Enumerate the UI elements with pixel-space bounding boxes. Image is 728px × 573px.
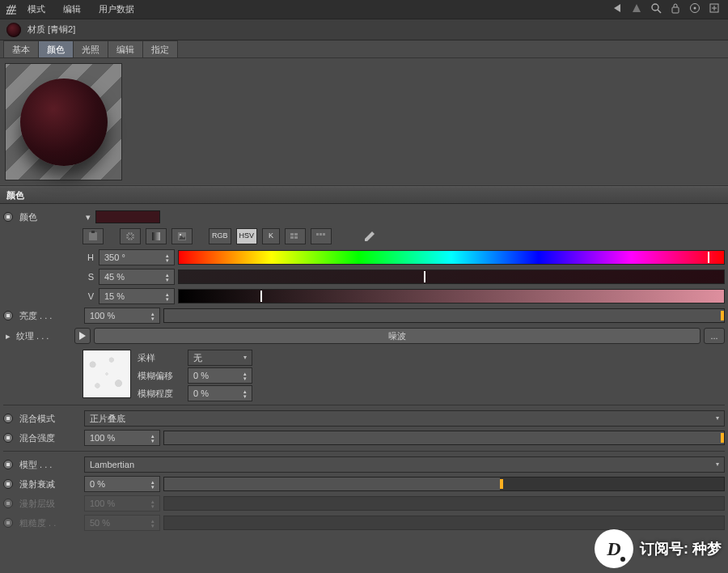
svg-rect-27 [290,233,294,236]
spectrum-icon[interactable] [146,228,167,244]
watermark: D 订阅号: 种梦 [595,529,722,568]
svg-rect-28 [294,233,298,236]
tabs: 基本 颜色 光照 编辑 指定 [0,40,728,58]
label-blur-offset: 模糊偏移 [138,370,183,381]
tab-illumination[interactable]: 光照 [73,40,108,57]
svg-line-9 [658,10,661,13]
svg-rect-23 [152,232,160,240]
label-difffall: 漫射衰减 [16,478,81,490]
anim-dot-color[interactable] [3,212,13,222]
label-sampling: 采样 [138,352,183,363]
swatches2-icon[interactable] [311,228,332,244]
titlebar: 材质 [青铜2] [0,19,728,40]
difffall-slider[interactable] [163,477,725,491]
v-slider[interactable] [178,289,725,303]
rough-slider [163,516,725,530]
preview-area [0,58,728,186]
lock-icon[interactable] [667,2,684,16]
menu-edit[interactable]: 编辑 [55,0,89,18]
rgb-mode-btn[interactable]: RGB [209,228,231,244]
s-slider[interactable] [178,270,725,284]
k-mode-btn[interactable]: K [262,228,280,244]
h-value-input[interactable]: 350 °▴▾ [99,249,175,265]
svg-point-12 [694,6,696,9]
brightness-input[interactable]: 100 %▴▾ [84,308,160,324]
brightness-slider[interactable] [163,308,725,323]
tab-assign[interactable]: 指定 [142,40,178,57]
svg-marker-7 [633,4,641,12]
svg-marker-6 [614,4,620,12]
anim-dot-mixmode[interactable] [3,414,13,423]
difffall-input[interactable]: 0 %▴▾ [84,476,160,492]
color-wheel-icon[interactable] [120,228,141,244]
mixstrength-slider[interactable] [163,431,725,445]
menu-mode[interactable]: 模式 [19,0,53,18]
svg-rect-31 [316,233,319,236]
anim-dot-model[interactable] [3,460,13,469]
svg-point-26 [180,234,181,236]
label-blur-scale: 模糊程度 [138,388,183,399]
image-picker-icon[interactable] [171,228,193,244]
svg-rect-16 [89,232,97,240]
new-tab-icon[interactable] [705,2,723,16]
svg-rect-29 [290,236,294,239]
color-tool-row: RGB HSV K [3,227,725,248]
rough-input: 50 %▴▾ [84,515,160,531]
blur-scale-input[interactable]: 0 %▴▾ [188,385,252,401]
color-swatch[interactable] [95,210,160,223]
model-dropdown[interactable]: Lambertian▾ [84,456,725,473]
svg-rect-17 [91,231,95,233]
anim-dot-difflev [3,499,13,508]
swatches-icon[interactable] [285,228,306,244]
watermark-text: 订阅号: 种梦 [640,539,722,558]
mixstrength-input[interactable]: 100 %▴▾ [84,430,160,446]
color-expand-caret[interactable]: ▾ [84,211,92,223]
search-icon[interactable] [647,2,665,16]
svg-marker-34 [79,332,86,340]
top-menubar: 模式 编辑 用户数据 [0,0,728,19]
picker-icon[interactable] [83,228,104,244]
texture-options-btn[interactable]: ... [704,328,725,344]
anim-dot-difffall[interactable] [3,479,13,489]
label-color: 颜色 [16,211,81,223]
texture-play-btn[interactable] [74,328,91,344]
v-value-input[interactable]: 15 %▴▾ [99,288,175,304]
tab-edit[interactable]: 编辑 [108,40,143,57]
anim-dot-rough [3,518,13,528]
s-label: S [84,271,95,282]
label-rough: 粗糙度 . . [16,517,81,528]
difflev-input: 100 %▴▾ [84,495,160,511]
h-slider[interactable] [178,250,725,265]
svg-rect-32 [320,233,322,236]
difflev-slider [163,496,725,511]
svg-rect-33 [323,233,325,236]
svg-rect-30 [294,236,298,239]
watermark-logo: D [595,529,633,568]
nav-back-icon[interactable] [608,2,626,16]
hsv-mode-btn[interactable]: HSV [236,228,258,244]
texture-bar[interactable]: 噪波 [94,328,700,344]
section-header-color: 颜色 [0,186,728,204]
eyedropper-icon[interactable] [359,228,380,244]
label-model: 模型 . . . [16,459,81,470]
sampling-dropdown[interactable]: 无▾ [188,350,252,366]
svg-rect-10 [672,7,679,13]
blur-offset-input[interactable]: 0 %▴▾ [188,367,252,384]
anim-dot-brightness[interactable] [3,311,13,320]
anim-dot-mixstrength[interactable] [3,433,13,443]
texture-thumbnail[interactable] [83,350,131,398]
tab-basic[interactable]: 基本 [3,40,39,57]
menu-userdata[interactable]: 用户数据 [91,0,142,18]
preview-sphere [20,79,108,166]
mixmode-dropdown[interactable]: 正片叠底▾ [84,410,725,427]
texture-expand-caret[interactable]: ▸ [3,330,13,342]
label-brightness: 亮度 . . . [16,310,81,321]
label-mixmode: 混合模式 [16,413,81,424]
label-difflev: 漫射层级 [16,498,81,509]
svg-point-8 [652,4,658,11]
s-value-input[interactable]: 45 %▴▾ [99,269,175,285]
target-icon[interactable] [686,2,704,16]
material-preview[interactable] [5,63,122,180]
tab-color[interactable]: 颜色 [38,40,74,57]
nav-up-icon[interactable] [628,2,645,16]
